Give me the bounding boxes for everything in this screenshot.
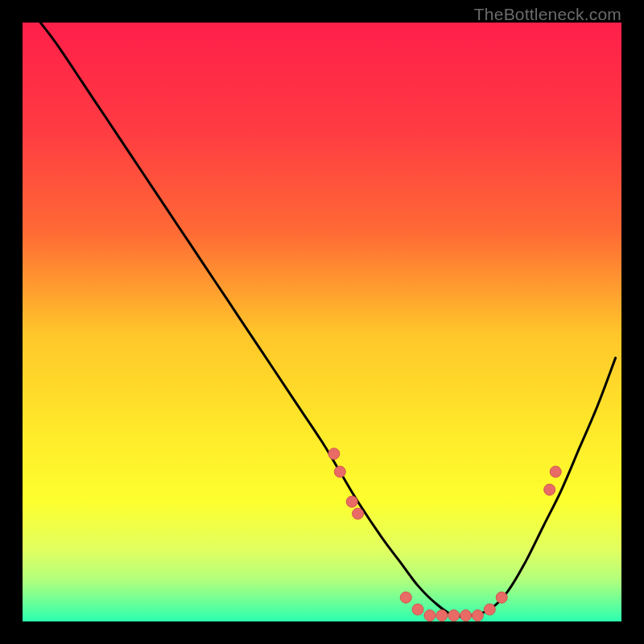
marker-dot [484,604,495,615]
marker-dot [544,484,555,495]
marker-dot [448,610,460,621]
marker-dot [346,496,357,507]
marker-dot [460,610,472,621]
gradient-background [23,23,621,621]
marker-dot [328,448,340,460]
marker-dot [424,610,436,621]
marker-dot [550,466,561,477]
chart-svg [23,23,621,621]
chart-plot-area [23,23,621,621]
marker-dot [353,508,364,519]
watermark-text: TheBottleneck.com [474,5,621,24]
chart-frame: TheBottleneck.com [0,0,644,644]
marker-dot [334,466,345,477]
marker-dot [436,610,448,621]
marker-dot [412,604,423,615]
marker-dot [472,610,483,621]
marker-dot [400,592,411,603]
marker-dot [496,592,507,603]
